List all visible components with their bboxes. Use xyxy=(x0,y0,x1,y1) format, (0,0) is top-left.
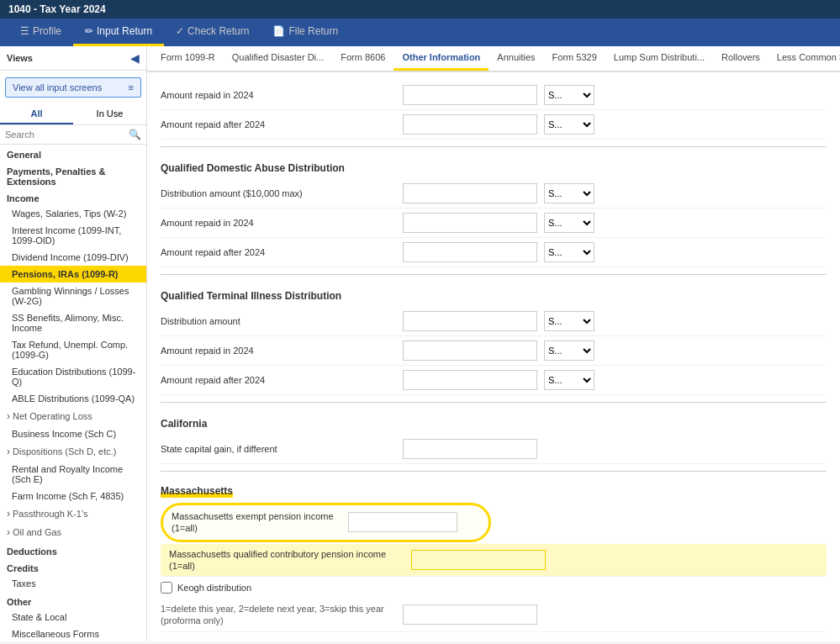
delete-note: 1=delete this year, 2=delete next year, … xyxy=(161,603,396,627)
mass-qualified-label: Massachusetts qualified contributory pen… xyxy=(169,548,404,573)
repaid-2024-input-2[interactable] xyxy=(403,213,537,233)
dist-amount-state[interactable]: S... xyxy=(544,183,594,203)
sidebar-item-credits[interactable]: Credits xyxy=(0,558,146,575)
search-box: 🔍 xyxy=(0,125,146,145)
repaid-after-2024-state-3[interactable]: S... xyxy=(544,370,594,390)
sidebar-item-misc-forms[interactable]: Miscellaneous Forms xyxy=(0,626,146,641)
sidebar-item-general[interactable]: General xyxy=(0,145,146,161)
file-icon: 📄 xyxy=(272,25,285,37)
mass-exempt-input[interactable] xyxy=(348,512,457,532)
dist-amount-label-2: Distribution amount xyxy=(161,315,396,327)
row-delete-note: 1=delete this year, 2=delete next year, … xyxy=(161,599,827,632)
repaid-2024-label-2: Amount repaid in 2024 xyxy=(161,217,396,229)
sidebar-item-able[interactable]: ABLE Distributions (1099-QA) xyxy=(0,390,146,407)
row-keogh: Keogh distribution xyxy=(161,577,827,599)
tab-in-use[interactable]: In Use xyxy=(73,104,146,124)
sidebar-item-education[interactable]: Education Distributions (1099-Q) xyxy=(0,363,146,390)
input-icon: ✏ xyxy=(85,25,93,37)
main-nav: ☰ Profile ✏ Input Return ✓ Check Return … xyxy=(0,18,840,46)
mass-qualified-input[interactable] xyxy=(411,550,546,570)
sidebar-item-deductions[interactable]: Deductions xyxy=(0,541,146,558)
sub-tab-other-info[interactable]: Other Information xyxy=(394,46,489,71)
domestic-abuse-header: Qualified Domestic Abuse Distribution xyxy=(161,154,827,179)
sub-tab-form8606[interactable]: Form 8606 xyxy=(332,46,394,71)
sub-tab-lump-sum[interactable]: Lump Sum Distributi... xyxy=(605,46,713,71)
repaid-after-2024-label: Amount repaid after 2024 xyxy=(161,119,396,130)
form-content: Amount repaid in 2024 S... Amount repaid… xyxy=(147,72,840,641)
expand-icon[interactable]: ◀ xyxy=(130,51,140,65)
dist-amount-input-2[interactable] xyxy=(403,311,537,331)
state-cap-gain-input[interactable] xyxy=(403,439,537,459)
dist-amount-state-2[interactable]: S... xyxy=(544,311,594,331)
sidebar-item-other[interactable]: Other xyxy=(0,592,146,609)
divider-california xyxy=(161,402,827,403)
mass-exempt-row: Massachusetts exempt pension income (1=a… xyxy=(161,503,491,542)
main-layout: Views ◀ View all input screens ≡ All In … xyxy=(0,46,840,641)
view-all-button[interactable]: View all input screens ≡ xyxy=(5,77,141,98)
sidebar-item-state-local[interactable]: State & Local xyxy=(0,609,146,626)
repaid-2024-label: Amount repaid in 2024 xyxy=(161,89,396,101)
row-repaid-after-2024: Amount repaid after 2024 S... xyxy=(161,110,827,140)
repaid-after-2024-input[interactable] xyxy=(403,114,537,135)
sub-tab-form1099r[interactable]: Form 1099-R xyxy=(152,46,224,71)
repaid-after-2024-input-3[interactable] xyxy=(403,370,537,390)
sidebar-item-oil-gas[interactable]: Oil and Gas xyxy=(0,523,146,541)
sidebar-item-rental[interactable]: Rental and Royalty Income (Sch E) xyxy=(0,461,146,488)
list-icon: ≡ xyxy=(129,82,134,92)
sub-tab-rollovers[interactable]: Rollovers xyxy=(713,46,769,71)
repaid-2024-state[interactable]: S... xyxy=(544,85,594,105)
divider-massachusetts xyxy=(161,471,827,472)
repaid-2024-state-3[interactable]: S... xyxy=(544,340,594,361)
sidebar-item-dividend[interactable]: Dividend Income (1099-DIV) xyxy=(0,249,146,266)
search-icon: 🔍 xyxy=(129,129,141,140)
sidebar-item-interest[interactable]: Interest Income (1099-INT, 1099-OID) xyxy=(0,222,146,249)
repaid-2024-input[interactable] xyxy=(403,85,537,105)
search-input[interactable] xyxy=(5,129,129,140)
sidebar-item-business[interactable]: Business Income (Sch C) xyxy=(0,425,146,442)
repaid-after-2024-label-3: Amount repaid after 2024 xyxy=(161,374,396,386)
sidebar-item-gambling[interactable]: Gambling Winnings / Losses (W-2G) xyxy=(0,282,146,309)
sidebar-item-pensions[interactable]: Pensions, IRAs (1099-R) xyxy=(0,266,146,282)
mass-exempt-label: Massachusetts exempt pension income (1=a… xyxy=(172,510,340,535)
divider-terminal xyxy=(161,274,827,275)
sub-tab-form5329[interactable]: Form 5329 xyxy=(544,46,605,71)
delete-note-input[interactable] xyxy=(403,604,537,625)
sidebar-item-farm[interactable]: Farm Income (Sch F, 4835) xyxy=(0,488,146,504)
row-repaid-2024-2: Amount repaid in 2024 S... xyxy=(161,209,827,238)
app-title: 1040 - Tax Year 2024 xyxy=(8,3,106,15)
sidebar-item-dispositions[interactable]: Dispositions (Sch D, etc.) xyxy=(0,442,146,461)
dist-amount-label: Distribution amount ($10,000 max) xyxy=(161,187,396,199)
sidebar-item-ss-benefits[interactable]: SS Benefits, Alimony, Misc. Income xyxy=(0,309,146,336)
dist-amount-input[interactable] xyxy=(403,183,537,203)
tab-input-return[interactable]: ✏ Input Return xyxy=(73,18,164,46)
sidebar-item-taxes[interactable]: Taxes xyxy=(0,575,146,592)
sub-tab-qualified-disaster[interactable]: Qualified Disaster Di... xyxy=(224,46,332,71)
tab-all[interactable]: All xyxy=(0,104,73,124)
sidebar-tabs: All In Use xyxy=(0,104,146,125)
sidebar-item-wages[interactable]: Wages, Salaries, Tips (W-2) xyxy=(0,205,146,222)
row-repaid-2024: Amount repaid in 2024 S... xyxy=(161,81,827,110)
repaid-after-2024-input-2[interactable] xyxy=(403,242,537,262)
california-header: California xyxy=(161,409,827,435)
tab-profile[interactable]: ☰ Profile xyxy=(8,18,73,46)
row-mass-qualified: Massachusetts qualified contributory pen… xyxy=(161,544,827,578)
sub-tab-less-common[interactable]: Less Common Scena... xyxy=(769,46,840,71)
keogh-checkbox[interactable] xyxy=(161,582,172,594)
repaid-after-2024-state-2[interactable]: S... xyxy=(544,242,594,262)
repaid-after-2024-state[interactable]: S... xyxy=(544,114,594,135)
tab-file-return[interactable]: 📄 File Return xyxy=(261,18,350,46)
sidebar-item-tax-refund[interactable]: Tax Refund, Unempl. Comp. (1099-G) xyxy=(0,336,146,363)
row-state-cap-gain: State capital gain, if different xyxy=(161,435,827,464)
repaid-2024-input-3[interactable] xyxy=(403,340,537,361)
sidebar-item-passthrough[interactable]: Passthrough K-1's xyxy=(0,504,146,523)
sidebar-item-net-operating[interactable]: Net Operating Loss xyxy=(0,407,146,425)
views-label: Views xyxy=(7,53,33,63)
row-repaid-2024-3: Amount repaid in 2024 S... xyxy=(161,336,827,366)
sidebar-header: Views ◀ xyxy=(0,46,146,71)
repaid-2024-state-2[interactable]: S... xyxy=(544,213,594,233)
top-bar: 1040 - Tax Year 2024 xyxy=(0,0,840,18)
sidebar-item-income[interactable]: Income xyxy=(0,188,146,205)
tab-check-return[interactable]: ✓ Check Return xyxy=(164,18,261,46)
sidebar-item-payments[interactable]: Payments, Penalties & Extensions xyxy=(0,161,146,188)
sub-tab-annuities[interactable]: Annuities xyxy=(489,46,543,71)
